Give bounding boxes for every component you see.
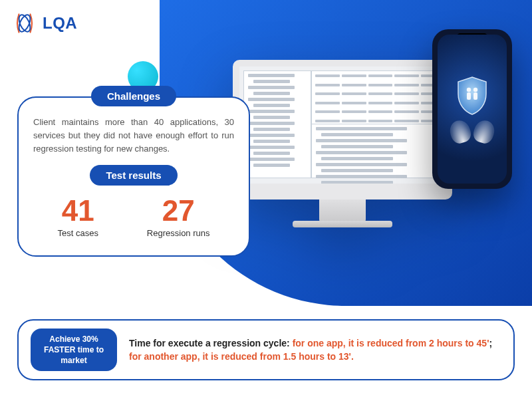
svg-point-3 [473,88,477,92]
bottom-highlight-1: for one app, it is reduced from 2 hours … [293,338,489,348]
results-pill-wrap: Test results [33,165,234,186]
cupped-hands-icon [449,119,495,143]
challenges-pill-wrap: Challenges [33,86,234,106]
results-pill: Test results [90,165,177,186]
shield-icon [454,75,490,116]
svg-point-2 [467,88,471,92]
bottom-summary-card: Achieve 30% FASTER time to market Time f… [17,319,515,380]
bottom-mid: ; [489,338,492,348]
bottom-highlight-2: for another app, it is reduced from 1.5 … [129,351,354,362]
shield-hands-graphic [449,75,495,143]
ide-table-pane [311,70,450,130]
metric-label: Regression runs [147,228,210,238]
metric-label: Test cases [57,228,98,238]
achieve-badge: Achieve 30% FASTER time to market [31,329,117,371]
bottom-text: Time for execute a regression cycle: for… [129,336,501,364]
desktop-monitor-illustration [233,60,452,223]
challenges-body: Client maintains more than 40 applicatio… [33,116,234,156]
bottom-lead: Time for execute a regression cycle: [129,338,293,348]
challenges-card: Challenges Client maintains more than 40… [17,96,250,257]
brand-mark-icon [13,12,36,35]
svg-rect-4 [467,92,471,100]
brand-logo: LQA [13,12,77,35]
challenges-pill: Challenges [91,86,176,106]
metrics-row: 41 Test cases 27 Regression runs [33,196,234,238]
smartphone-illustration [432,29,512,189]
metric-value: 41 [57,196,98,225]
svg-rect-5 [473,92,477,100]
ide-detail-pane [311,124,443,178]
monitor-stand [319,200,366,223]
metric-item: 27 Regression runs [147,196,210,238]
metric-item: 41 Test cases [57,196,98,238]
monitor-screen [233,60,452,200]
ide-tree-pane [243,70,311,178]
brand-name: LQA [43,14,77,33]
metric-value: 27 [147,196,210,225]
phone-screen [438,35,507,184]
